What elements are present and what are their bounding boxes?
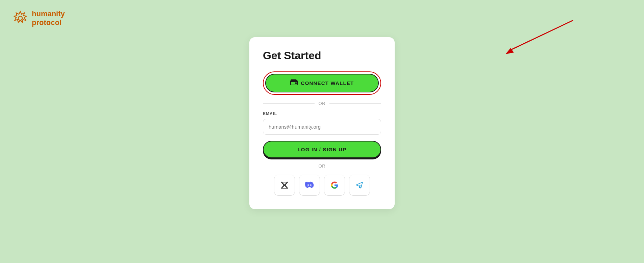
get-started-card: Get Started CONNECT WALLET OR EMAIL LOG … [249,37,395,209]
x-twitter-button[interactable] [274,175,295,196]
google-button[interactable] [324,175,345,196]
logo: humanity protocol [12,9,65,27]
connect-wallet-label: CONNECT WALLET [301,80,354,86]
logo-icon [12,10,28,26]
or-divider-1: OR [263,101,381,106]
connect-wallet-highlight: CONNECT WALLET [263,71,381,95]
social-buttons-row [263,175,381,196]
wallet-icon [290,79,298,87]
email-input[interactable] [263,119,381,135]
card-title: Get Started [263,49,381,62]
svg-point-0 [18,16,22,20]
svg-rect-4 [295,83,297,84]
telegram-button[interactable] [349,175,370,196]
login-signup-button[interactable]: LOG IN / SIGN UP [263,141,381,158]
svg-line-1 [509,20,573,51]
connect-wallet-button[interactable]: CONNECT WALLET [265,74,379,92]
annotation-arrow [482,17,576,58]
email-label: EMAIL [263,111,381,116]
discord-button[interactable] [299,175,320,196]
logo-text: humanity protocol [32,9,65,27]
or-divider-2: OR [263,163,381,169]
